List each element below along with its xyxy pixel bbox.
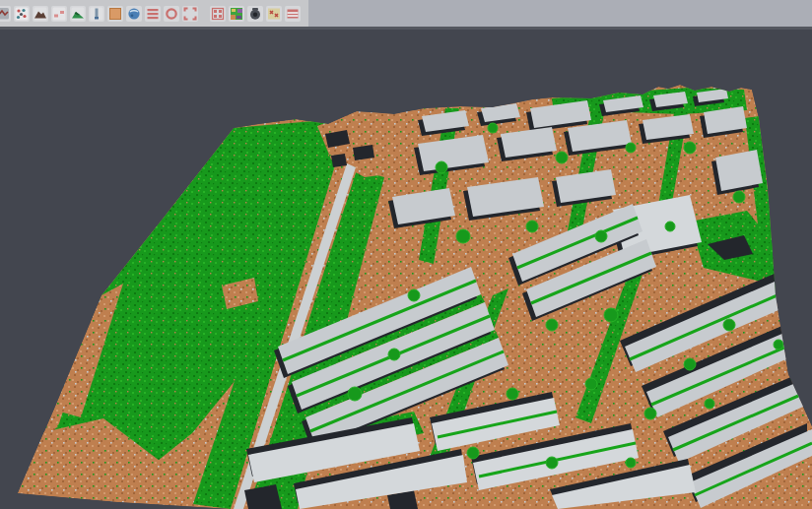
toolbar-button-point-symbols[interactable] — [14, 6, 30, 22]
toolbar-button-dem[interactable] — [33, 6, 48, 22]
tree-clump — [684, 358, 696, 370]
orthophoto-icon — [108, 7, 122, 21]
toolbar-button-globe[interactable] — [126, 6, 142, 22]
globe-icon — [127, 7, 141, 21]
toolbar-icon-strip — [0, 0, 308, 27]
delete-points-icon — [267, 7, 281, 21]
mesh-tool-icon — [0, 7, 10, 21]
terrain-icon — [71, 7, 85, 21]
camera-icon — [248, 7, 262, 21]
toolbar-button-terrain[interactable] — [70, 6, 86, 22]
toolbar-button-class-layers[interactable] — [285, 6, 301, 22]
toolbar-button-delete-points[interactable] — [266, 6, 282, 22]
tree-clump — [733, 191, 745, 203]
toolbar-button-camera[interactable] — [247, 6, 263, 22]
tree-clump — [436, 161, 447, 173]
circle-select-icon — [165, 7, 178, 21]
tree-clump — [774, 340, 783, 350]
tree-clump — [408, 289, 420, 301]
toolbar-button-grid-select[interactable] — [210, 6, 226, 22]
shadow-shape — [331, 154, 347, 167]
toolbar-separator — [0, 27, 812, 30]
toolbar-button-classification[interactable] — [229, 6, 244, 22]
toolbar-button-mesh-tool[interactable] — [0, 6, 11, 22]
tree-clump — [546, 457, 558, 469]
contour-lines-icon — [146, 7, 160, 21]
toolbar — [0, 0, 812, 27]
tree-clump — [626, 143, 636, 153]
rect-select-icon — [183, 7, 197, 21]
tree-clump — [507, 388, 518, 400]
classification-icon — [230, 7, 243, 21]
tree-clump — [467, 447, 479, 459]
toolbar-button-rect-select[interactable] — [182, 6, 198, 22]
tree-clump — [723, 319, 735, 331]
viewport-svg — [0, 0, 812, 509]
profiles-icon — [52, 7, 66, 21]
grid-select-icon — [211, 7, 225, 21]
tree-clump — [665, 222, 675, 231]
tree-clump — [585, 378, 597, 390]
tree-clump — [546, 319, 558, 331]
section-icon — [90, 7, 103, 21]
class-layers-icon — [286, 7, 300, 21]
tree-clump — [556, 152, 568, 163]
toolbar-button-circle-select[interactable] — [164, 6, 179, 22]
tree-clump — [604, 308, 618, 322]
tree-clump — [456, 229, 470, 243]
toolbar-button-section[interactable] — [89, 6, 104, 22]
application-window — [0, 0, 812, 509]
toolbar-button-contour-lines[interactable] — [145, 6, 161, 22]
tree-clump — [488, 123, 498, 133]
toolbar-button-orthophoto[interactable] — [107, 6, 123, 22]
tree-clump — [526, 221, 538, 232]
toolbar-button-profiles[interactable] — [51, 6, 67, 22]
tree-clump — [684, 142, 696, 154]
viewport-3d[interactable] — [0, 0, 812, 509]
tree-clump — [644, 408, 656, 419]
tree-clump — [705, 399, 714, 409]
tree-clump — [348, 387, 362, 401]
tree-clump — [388, 349, 400, 360]
point-symbols-icon — [15, 7, 29, 21]
dem-icon — [34, 7, 47, 21]
tree-clump — [626, 458, 636, 468]
tree-clump — [595, 230, 607, 242]
